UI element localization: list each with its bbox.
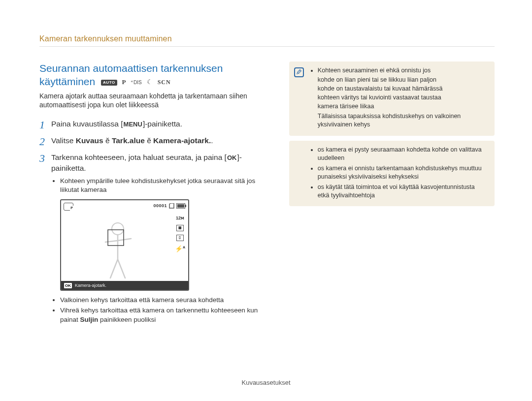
section-heading: Seurannan automaattisen tarkennuksen käy… bbox=[39, 62, 265, 89]
list-item: Vihreä kehys tarkoittaa että kamera on t… bbox=[60, 306, 265, 324]
heading-line1: Seurannan automaattisen tarkennuksen bbox=[39, 62, 223, 74]
meter-icon: ▦ bbox=[176, 225, 184, 231]
list-item: kohde on liian pieni tai se liikkuu liia… bbox=[318, 76, 488, 84]
list-item: kohde on taustavalaistu tai kuvaat hämär… bbox=[318, 85, 488, 93]
lcd-topbar: 00001 bbox=[153, 203, 185, 209]
step-number: 1 bbox=[39, 120, 51, 130]
mode-icons: AUTO P DIS ☾ SCN bbox=[101, 78, 171, 87]
list-item: os kamera ei pysty seuraamaan kohdetta k… bbox=[318, 146, 488, 162]
mode-auto-icon: AUTO bbox=[101, 80, 117, 86]
step-body: Valitse Kuvaus ĕ Tark.alue ĕ Kamera-ajot… bbox=[51, 135, 213, 146]
camera-lcd: 00001 12ᴍ ▦ ▯ ⚡A bbox=[60, 199, 189, 291]
list-item: os kamera ei onnistu tarkentamaan kohdis… bbox=[318, 164, 488, 181]
step-body: Tarkenna kohteeseen, jota haluat seurata… bbox=[51, 152, 265, 325]
intro-paragraph: Kamera ajotark auttaa seuraamaan kohdett… bbox=[39, 92, 265, 110]
list-item: Valkoinen kehys tarkoittaa että kamera s… bbox=[60, 296, 265, 305]
lcd-illustration: 00001 12ᴍ ▦ ▯ ⚡A bbox=[60, 199, 265, 291]
list-item: Kohteen ympärille tulee kohdistuskehykse… bbox=[60, 177, 265, 194]
step-3: 3 Tarkenna kohteeseen, jota haluat seura… bbox=[39, 152, 265, 325]
lcd-bottom-bar: OK Kamera-ajotark. bbox=[61, 281, 188, 290]
post-lcd-sublist: Valkoinen kehys tarkoittaa että kamera s… bbox=[60, 296, 265, 324]
step-2: 2 Valitse Kuvaus ĕ Tark.alue ĕ Kamera-aj… bbox=[39, 135, 265, 147]
page-footer: Kuvausasetukset bbox=[0, 379, 532, 386]
ok-key-icon: OK bbox=[227, 154, 237, 162]
step-3-sublist: Kohteen ympärille tulee kohdistuskehykse… bbox=[60, 177, 265, 194]
tracking-af-icon: ▯ bbox=[176, 235, 184, 241]
mode-p-icon: P bbox=[122, 78, 126, 87]
step-number: 2 bbox=[39, 136, 51, 147]
content-columns: Seurannan automaattisen tarkennuksen käy… bbox=[39, 62, 495, 331]
mode-scn-icon: SCN bbox=[158, 79, 171, 87]
manual-page: Kameran tarkennuksen muuttaminen Seurann… bbox=[0, 0, 532, 401]
resolution-icon: 12ᴍ bbox=[176, 215, 184, 221]
menu-key-icon: MENU bbox=[123, 120, 143, 129]
note-box-2: os kamera ei pysty seuraamaan kohdetta k… bbox=[289, 141, 495, 206]
svg-point-0 bbox=[112, 223, 124, 235]
step-number: 3 bbox=[39, 153, 51, 164]
list-item: kamera tärisee liikaa bbox=[318, 102, 488, 111]
note-box-1: Kohteen seuraaminen ei ehkä onnistu jos … bbox=[289, 62, 495, 136]
divider bbox=[39, 46, 495, 47]
heading-line2: käyttäminen bbox=[39, 76, 95, 87]
lcd-sidebar: 12ᴍ ▦ ▯ ⚡A bbox=[175, 215, 185, 253]
reasons-list: kohde on liian pieni tai se liikkuu liia… bbox=[318, 76, 488, 111]
mode-night-icon: ☾ bbox=[147, 78, 153, 87]
ok-button-icon: OK bbox=[64, 283, 72, 288]
flash-auto-icon: ⚡A bbox=[175, 245, 185, 253]
list-item: os käytät tätä toimintoa et voi käyttää … bbox=[318, 183, 488, 200]
step-body: Paina kuvaustilassa [MENU]-painiketta. bbox=[51, 119, 182, 129]
step-1: 1 Paina kuvaustilassa [MENU]-painiketta. bbox=[39, 119, 265, 130]
breadcrumb: Kameran tarkennuksen muuttaminen bbox=[39, 34, 495, 43]
svg-rect-1 bbox=[108, 230, 124, 246]
mode-dis-icon: DIS bbox=[131, 79, 142, 86]
step-list: 1 Paina kuvaustilassa [MENU]-painiketta.… bbox=[39, 119, 265, 325]
camera-mode-icon bbox=[64, 203, 73, 211]
list-item: kohteen väritys tai kuviointi vastaavat … bbox=[318, 93, 488, 102]
frame-counter: 00001 bbox=[153, 203, 167, 209]
list-item: Kohteen seuraaminen ei ehkä onnistu jos … bbox=[318, 66, 488, 129]
left-column: Seurannan automaattisen tarkennuksen käy… bbox=[39, 62, 265, 331]
lcd-mode-label: Kamera-ajotark. bbox=[75, 282, 106, 289]
sd-card-icon bbox=[169, 203, 174, 209]
subject-silhouette bbox=[96, 220, 140, 279]
right-column: Kohteen seuraaminen ei ehkä onnistu jos … bbox=[289, 62, 495, 331]
battery-icon bbox=[176, 203, 185, 209]
